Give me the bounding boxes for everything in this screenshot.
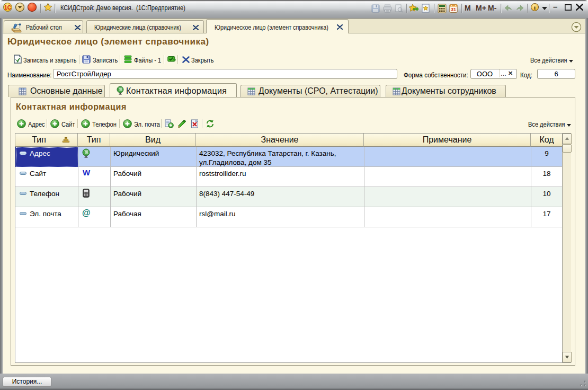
svg-text:i: i xyxy=(534,4,536,11)
svg-text:31: 31 xyxy=(451,7,456,12)
svg-text:1С: 1С xyxy=(4,5,11,11)
